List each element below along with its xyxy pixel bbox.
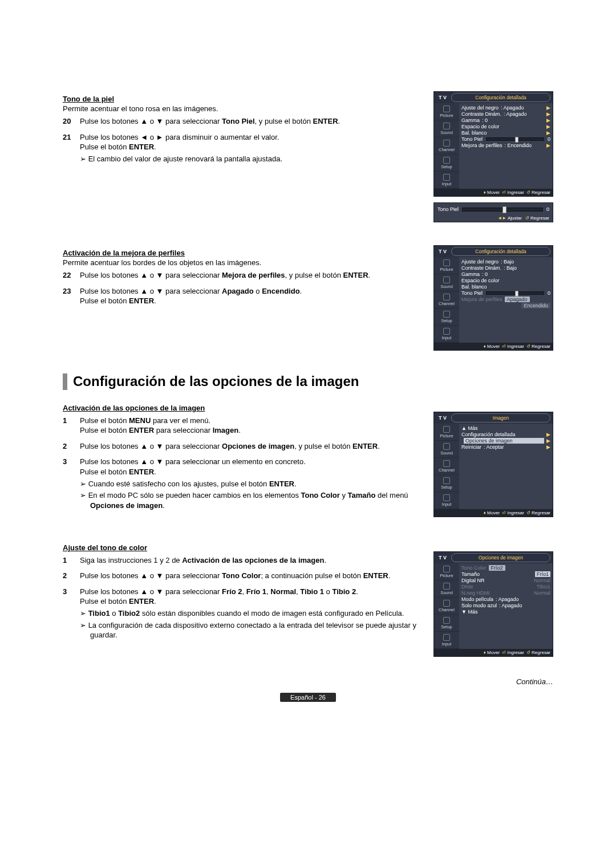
osd-tab-sound: Sound (434, 120, 459, 137)
osd-tv-label: T V (434, 413, 451, 422)
step-text: Pulse los botones ▲ o ▼ para seleccionar… (80, 587, 422, 640)
chevron-right-icon: ▶ (546, 444, 550, 450)
osd-item-mejora-opt: Encendido (461, 303, 550, 309)
osd-footer: ♦ Mover⏎ Ingresar↺ Regresar (434, 189, 553, 196)
antenna-icon (443, 140, 450, 147)
osd-item: Ajuste del negro: Bajo (461, 259, 550, 265)
osd-adjust-tono-piel: Tono Piel 0 ◄► Ajustar↺ Regresar (433, 202, 553, 222)
osd-item: Mejora de perfiles: Encendido▶ (461, 143, 550, 149)
step-text: Pulse los botones ▲ o ▼ para seleccionar… (80, 286, 422, 306)
chevron-right-icon: ▶ (546, 105, 550, 111)
osd-item: Espacio de color (461, 278, 550, 284)
osd-config-detallada-2: T V Configuración detallada Picture Soun… (433, 245, 553, 351)
osd-tab-picture: Picture (434, 103, 459, 120)
step-text: Siga las instrucciones 1 y 2 de Activaci… (80, 555, 422, 566)
osd-item-mas: ▼ Más (461, 609, 550, 615)
plug-icon (443, 494, 450, 501)
osd-item-tono-piel: Tono Piel0 (461, 136, 550, 143)
osd-item: Gamma: 0 (461, 271, 550, 278)
step-text: Pulse los botones ▲ o ▼ para seleccionar… (80, 270, 422, 281)
page-title: Configuración de las opciones de la imag… (63, 373, 553, 390)
osd-footer: ♦ Mover⏎ Ingresar↺ Regresar (434, 343, 553, 350)
chevron-right-icon: ▶ (546, 111, 550, 117)
step-note: Tibio1 o Tibio2 sólo están disponibles c… (80, 608, 422, 619)
osd-item-tono-color: Tono ColorFrío2 (461, 565, 550, 571)
step-text: Pulse los botones ▲ o ▼ para seleccionar… (80, 116, 422, 127)
section-title-activacion-opciones: Activación de las opciones de la imagen (63, 404, 422, 412)
osd-tab-sound: Sound (434, 274, 459, 291)
step-num: 22 (63, 270, 74, 281)
osd-tab-setup: Setup (434, 475, 459, 492)
osd-item-mas: ▲ Más (461, 425, 550, 432)
step-num: 2 (63, 571, 74, 581)
osd-imagen: T V Imagen Picture Sound Channel Setup I… (433, 412, 553, 517)
osd-item: Bal. blanco▶ (461, 130, 550, 136)
step-num: 2 (63, 441, 74, 452)
osd-item: DNIeTibio1 (461, 584, 550, 590)
osd-item: Contraste Dinám.: Bajo (461, 265, 550, 271)
section-title-mejora-perfiles: Activación de la mejora de perfiles (63, 249, 422, 257)
osd-item: Modo película: Apagado (461, 596, 550, 603)
osd-tab-input: Input (434, 492, 459, 509)
osd-config-detallada-1: T V Configuración detallada Picture Soun… (433, 91, 553, 197)
plug-icon (443, 634, 450, 641)
antenna-icon (443, 600, 450, 607)
speaker-icon (443, 443, 450, 450)
osd-tab-input: Input (434, 632, 459, 649)
osd-tab-channel: Channel (434, 137, 459, 155)
gear-icon (443, 157, 450, 164)
osd-tab-setup: Setup (434, 615, 459, 632)
step-num: 3 (63, 457, 74, 510)
osd-footer: ♦ Mover⏎ Ingresar↺ Regresar (434, 649, 553, 656)
osd-tab-input: Input (434, 172, 459, 189)
section-title-tono-piel: Tono de la piel (63, 95, 422, 103)
osd-tab-sound: Sound (434, 441, 459, 458)
osd-title: Configuración detallada (451, 93, 550, 102)
osd-item: Reiniciar: Aceptar▶ (461, 444, 550, 450)
gear-icon (443, 477, 450, 484)
section-title-ajuste-tono-color: Ajuste del tono de color (63, 543, 422, 552)
plug-icon (443, 174, 450, 181)
osd-tab-channel: Channel (434, 458, 459, 475)
osd-item: Solo modo azul: Apagado (461, 603, 550, 609)
osd-title: Opciones de imagen (451, 553, 550, 562)
step-num: 3 (63, 587, 74, 640)
osd-item-highlight: Opciones de imagen▶ (461, 438, 550, 444)
step-num: 21 (63, 132, 74, 164)
gear-icon (443, 311, 450, 318)
chevron-right-icon: ▶ (546, 124, 550, 129)
step-num: 1 (63, 555, 74, 566)
step-note: Cuando esté satisfecho con los ajustes, … (80, 479, 422, 489)
speaker-icon (443, 583, 450, 590)
osd-item-tono-piel: Tono Piel0 (461, 290, 550, 296)
gear-icon (443, 617, 450, 624)
step-num: 20 (63, 116, 74, 127)
step-note: El cambio del valor de ajuste renovará l… (80, 154, 422, 164)
osd-item-mejora: Mejora de perfilesApagado (461, 296, 550, 303)
osd-item: Contraste Dinám.: Apagado▶ (461, 111, 550, 117)
section-lead: Permite acentuar el tono rosa en las imá… (63, 104, 422, 113)
manual-page: Tono de la piel Permite acentuar el tono… (0, 0, 616, 725)
osd-item: Espacio de color▶ (461, 124, 550, 130)
chevron-right-icon: ▶ (546, 117, 550, 123)
tv-icon (443, 259, 450, 266)
slider (462, 208, 543, 212)
step-text: Pulse los botones ▲ o ▼ para seleccionar… (80, 441, 422, 452)
continues-label: Continúa… (63, 677, 553, 686)
osd-footer: ♦ Mover⏎ Ingresar↺ Regresar (434, 509, 553, 517)
section-lead: Permite acentuar los bordes de los objet… (63, 258, 422, 267)
speaker-icon (443, 277, 450, 283)
osd-item: Bal. blanco (461, 284, 550, 290)
osd-tab-picture: Picture (434, 257, 459, 274)
osd-adjust-value: 0 (546, 206, 549, 212)
osd-tv-label: T V (434, 247, 451, 256)
osd-tab-sound: Sound (434, 580, 459, 598)
osd-tv-label: T V (434, 553, 451, 562)
step-text: Pulse los botones ◄ o ► para disminuir o… (80, 132, 422, 164)
osd-title: Imagen (451, 413, 550, 422)
osd-tab-setup: Setup (434, 308, 459, 326)
step-text: Pulse los botones ▲ o ▼ para seleccionar… (80, 457, 422, 510)
osd-tab-channel: Channel (434, 598, 459, 615)
step-text: Pulse el botón MENU para ver el menú. Pu… (80, 416, 422, 436)
antenna-icon (443, 460, 450, 467)
